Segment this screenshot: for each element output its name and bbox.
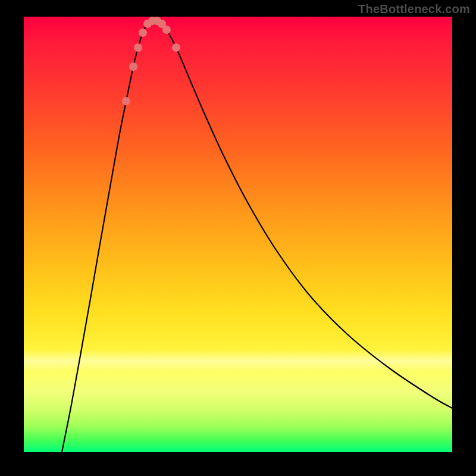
curve-svg	[24, 17, 452, 452]
watermark-text: TheBottleneck.com	[358, 2, 470, 16]
plot-area	[24, 17, 452, 452]
curve-marker	[122, 97, 130, 105]
curve-marker	[134, 43, 142, 52]
curve-marker	[162, 26, 171, 34]
curve-marker	[129, 62, 137, 71]
chart-stage: TheBottleneck.com	[0, 0, 476, 476]
bottleneck-curve	[62, 20, 452, 452]
marker-group	[122, 17, 180, 105]
curve-marker	[139, 29, 147, 37]
curve-marker	[172, 43, 180, 52]
